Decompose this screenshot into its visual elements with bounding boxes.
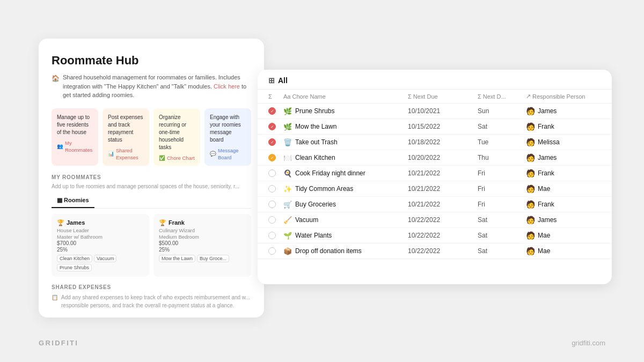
table-row[interactable]: 🧹 Vacuum 10/22/2022 Sat 🧑 James bbox=[258, 212, 612, 228]
james-tags: Clean Kitchen Vacuum Prune Shrubs bbox=[57, 255, 144, 271]
row-person-8: 🧑 Mae bbox=[526, 231, 601, 240]
row-icon-2: 🗑️ bbox=[283, 138, 292, 146]
fc-title-1: Post expenses and track repayment status bbox=[108, 114, 144, 144]
row-checkbox-5[interactable] bbox=[268, 185, 276, 193]
row-icon-0: 🌿 bbox=[283, 107, 292, 115]
row-day-0: Sun bbox=[478, 107, 526, 115]
roommate-frank: 🏆 Frank Culinary Wizard Medium Bedroom $… bbox=[153, 214, 251, 277]
row-person-9: 🧑 Mae bbox=[526, 247, 601, 255]
table-row[interactable]: ✓ 🌿 Prune Shrubs 10/10/2021 Sun 🧑 James bbox=[258, 104, 612, 119]
james-tag-1: Vacuum bbox=[94, 255, 116, 262]
table-body: ✓ 🌿 Prune Shrubs 10/10/2021 Sun 🧑 James … bbox=[258, 104, 612, 259]
table-row[interactable]: ✓ 🌿 Mow the Lawn 10/15/2022 Sat 🧑 Frank bbox=[258, 119, 612, 135]
frank-role: Culinary Wizard bbox=[159, 227, 246, 233]
col-headers: Σ Aa Chore Name Σ Next Due Σ Next D... ↗… bbox=[258, 90, 612, 104]
james-amount: $700.00 bbox=[57, 240, 144, 246]
row-day-4: Fri bbox=[478, 169, 526, 177]
row-checkbox-9[interactable] bbox=[268, 247, 276, 255]
row-day-7: Sat bbox=[478, 216, 526, 224]
row-person-1: 🧑 Frank bbox=[526, 122, 601, 131]
person-icon-8: 🧑 bbox=[526, 231, 535, 240]
table-row[interactable]: 🛒 Buy Groceries 10/21/2022 Fri 🧑 Frank bbox=[258, 197, 612, 212]
row-date-7: 10/22/2022 bbox=[408, 216, 478, 224]
fc-link-0[interactable]: 👥 My Roommates bbox=[57, 139, 93, 154]
frank-icon: 🏆 bbox=[159, 219, 166, 226]
feature-cards: Manage up to five residents of the house… bbox=[52, 108, 251, 166]
row-day-5: Fri bbox=[478, 185, 526, 193]
roommate-james: 🏆 James House Leader Master w/ Bathroom … bbox=[52, 214, 149, 277]
row-icon-6: 🛒 bbox=[283, 201, 292, 209]
table-row[interactable]: 🌱 Water Plants 10/22/2022 Sat 🧑 Mae bbox=[258, 228, 612, 243]
frank-tag-1: Buy Groce... bbox=[197, 255, 229, 262]
row-day-2: Tue bbox=[478, 138, 526, 146]
roommate-james-name: 🏆 James bbox=[57, 219, 144, 226]
person-icon-1: 🧑 bbox=[526, 122, 535, 131]
james-tag-2: Prune Shrubs bbox=[57, 264, 92, 271]
table-row[interactable]: ✨ Tidy Common Areas 10/21/2022 Fri 🧑 Mae bbox=[258, 181, 612, 197]
row-day-8: Sat bbox=[478, 232, 526, 239]
grid-icon: ⊞ bbox=[268, 76, 275, 85]
table-title: ⊞ All bbox=[268, 76, 288, 85]
tab-roomies[interactable]: ▦ Roomies bbox=[52, 195, 94, 208]
footer-brand: GRIDFITI bbox=[39, 339, 78, 347]
fc-link-3[interactable]: 💬 Message Board bbox=[210, 147, 246, 161]
frank-tag-0: Mow the Lawn bbox=[159, 255, 195, 262]
row-checkbox-3[interactable]: ✓ bbox=[268, 154, 276, 161]
feature-card-expenses: Post expenses and track repayment status… bbox=[103, 108, 149, 166]
feature-card-roommates: Manage up to five residents of the house… bbox=[52, 108, 98, 166]
col-next-due[interactable]: Σ Next Due bbox=[408, 93, 478, 100]
frank-amount: $500.00 bbox=[159, 240, 246, 246]
row-icon-8: 🌱 bbox=[283, 232, 292, 240]
person-icon-5: 🧑 bbox=[526, 184, 535, 193]
person-icon-6: 🧑 bbox=[526, 200, 535, 209]
page-wrapper: Roommate Hub 🏠 Shared household manageme… bbox=[0, 0, 644, 362]
row-icon-1: 🌿 bbox=[283, 123, 292, 131]
col-chore-name[interactable]: Aa Chore Name bbox=[283, 93, 408, 100]
table-row[interactable]: 🍳 Cook Friday night dinner 10/21/2022 Fr… bbox=[258, 166, 612, 181]
row-icon-7: 🧹 bbox=[283, 216, 292, 224]
right-card: ⊞ All Σ Aa Chore Name Σ Next Due Σ Next … bbox=[258, 70, 612, 284]
row-checkbox-7[interactable] bbox=[268, 216, 276, 224]
expenses-icon: 📊 bbox=[108, 150, 114, 157]
footer-website: gridfiti.com bbox=[572, 339, 605, 347]
chores-icon: ✅ bbox=[159, 154, 165, 161]
row-checkbox-8[interactable] bbox=[268, 232, 276, 239]
row-date-0: 10/10/2021 bbox=[408, 107, 478, 115]
row-day-9: Sat bbox=[478, 247, 526, 255]
row-person-2: 🧑 Melissa bbox=[526, 138, 601, 146]
row-name-1: 🌿 Mow the Lawn bbox=[283, 123, 408, 131]
person-icon-9: 🧑 bbox=[526, 247, 535, 255]
my-roommates-desc: Add up to five roomies and manage person… bbox=[52, 183, 251, 189]
row-checkbox-6[interactable] bbox=[268, 201, 276, 208]
frank-room: Medium Bedroom bbox=[159, 234, 246, 240]
row-person-7: 🧑 James bbox=[526, 216, 601, 224]
nav-tabs: ▦ Roomies bbox=[52, 195, 251, 209]
frank-tags: Mow the Lawn Buy Groce... bbox=[159, 255, 246, 262]
row-checkbox-0[interactable]: ✓ bbox=[268, 107, 276, 115]
person-icon-7: 🧑 bbox=[526, 216, 535, 224]
row-person-5: 🧑 Mae bbox=[526, 184, 601, 193]
fc-link-1[interactable]: 📊 Shared Expenses bbox=[108, 147, 144, 161]
house-icon: 🏠 bbox=[52, 73, 60, 83]
expenses-desc-icon: 📋 bbox=[52, 293, 58, 301]
roomies-tab-icon: ▦ bbox=[57, 197, 62, 203]
row-checkbox-2[interactable]: ✓ bbox=[268, 138, 276, 146]
table-row[interactable]: ✓ 🗑️ Take out Trash 10/18/2022 Tue 🧑 Mel… bbox=[258, 135, 612, 150]
feature-card-chores: Organize recurring or one-time household… bbox=[153, 108, 200, 166]
row-day-3: Thu bbox=[478, 154, 526, 161]
col-next-d[interactable]: Σ Next D... bbox=[478, 93, 526, 100]
click-here-link[interactable]: Click here bbox=[214, 83, 240, 90]
fc-title-2: Organize recurring or one-time household… bbox=[159, 114, 195, 151]
row-icon-5: ✨ bbox=[283, 185, 292, 193]
fc-title-3: Engage with your roomies message board bbox=[210, 114, 246, 144]
row-checkbox-4[interactable] bbox=[268, 169, 276, 177]
row-icon-3: 🍽️ bbox=[283, 154, 292, 162]
row-icon-9: 📦 bbox=[283, 247, 292, 255]
row-name-9: 📦 Drop off donation items bbox=[283, 247, 408, 255]
row-checkbox-1[interactable]: ✓ bbox=[268, 123, 276, 130]
roommate-frank-name: 🏆 Frank bbox=[159, 219, 246, 226]
table-row[interactable]: ✓ 🍽️ Clean Kitchen 10/20/2022 Thu 🧑 Jame… bbox=[258, 150, 612, 166]
fc-link-2[interactable]: ✅ Chore Chart bbox=[159, 154, 195, 161]
table-row[interactable]: 📦 Drop off donation items 10/22/2022 Sat… bbox=[258, 243, 612, 259]
col-responsible[interactable]: ↗ Responsible Person bbox=[526, 93, 601, 100]
